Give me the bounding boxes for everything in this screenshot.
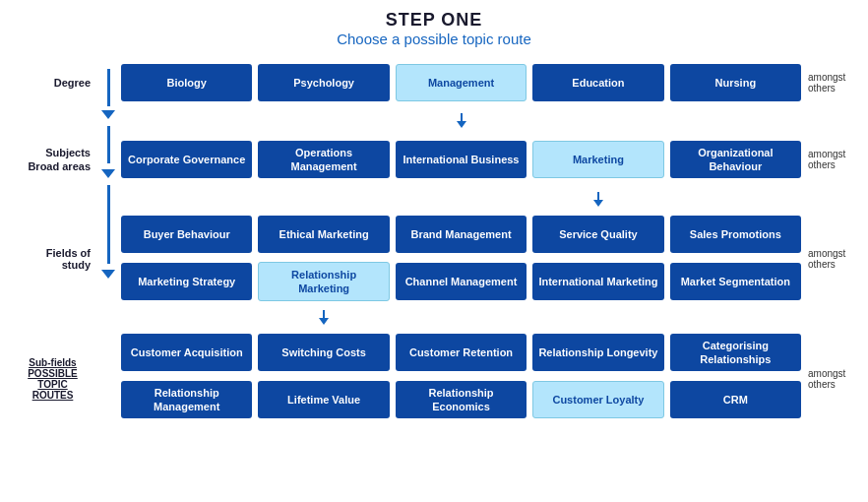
fields-row1: Buyer Behaviour Ethical Marketing Brand … [118,213,804,256]
relationship-marketing-box: Relationship Marketing [258,262,389,302]
operations-management-box: Operations Management [258,141,389,179]
marketing-box: Marketing [532,141,663,178]
col-rel-econ: Relationship Economics [393,381,529,419]
col-corp-gov: Corporate Governance [118,141,255,178]
arrow-row-1 [118,106,804,134]
relationship-management-box: Relationship Management [121,381,252,419]
ethical-marketing-box: Ethical Marketing [258,216,389,253]
sub-row2: Relationship Management Lifetime Value R… [118,378,804,421]
page-container: STEP ONE Choose a possible topic route D… [15,10,853,425]
col-cust-ret: Customer Retention [393,334,529,371]
channel-management-box: Channel Management [396,263,527,300]
main-grid: Biology Psychology Management Education … [118,59,804,425]
col-channel-mgmt: Channel Management [393,263,529,300]
sub-row1: Customer Acquisition Switching Costs Cus… [118,331,804,374]
col-service-qual: Service Quality [529,216,666,253]
diagram-layout: Degree SubjectsBroad areas Fields of stu… [15,59,853,425]
corporate-governance-box: Corporate Governance [121,141,252,178]
customer-acquisition-box: Customer Acquisition [121,334,252,371]
buyer-behaviour-box: Buyer Behaviour [121,216,252,253]
management-box: Management [396,64,527,101]
among-subjects: amongst others [804,134,858,185]
col-cust-loyal: Customer Loyalty [529,381,666,418]
sales-promotions-box: Sales Promotions [670,216,801,253]
right-labels: amongst others amongst others amongst ot… [804,59,858,425]
col-ethical-mkt: Ethical Marketing [255,216,392,253]
brand-management-box: Brand Management [396,216,527,253]
arrow-row-3 [118,303,804,331]
col-biology: Biology [118,64,255,101]
col-brand-mgmt: Brand Management [393,216,529,253]
col-market-seg: Market Segmentation [667,263,804,300]
nursing-box: Nursing [670,64,801,101]
customer-retention-box: Customer Retention [396,334,527,371]
international-business-box: International Business [396,141,527,178]
marketing-strategy-box: Marketing Strategy [121,263,252,300]
col-rel-mkt: Relationship Marketing [255,262,392,302]
col-lifetime-val: Lifetime Value [255,381,392,418]
col-education: Education [529,64,666,101]
organizational-behaviour-box: Organizational Behaviour [670,141,801,179]
col-rel-long: Relationship Longevity [529,334,666,371]
subjects-label: SubjectsBroad areas [15,134,94,185]
sub-title: Choose a possible topic route [15,31,853,47]
col-intl-mkt: International Marketing [529,263,666,300]
col-marketing: Marketing [529,141,666,178]
col-psychology: Psychology [255,64,392,101]
subfields-label: Sub-fields POSSIBLE TOPIC ROUTES [15,333,94,425]
among-sub: amongst others [804,333,858,425]
crm-box: CRM [670,381,801,418]
main-vertical-arrow [98,59,118,425]
fields-row2: Marketing Strategy Relationship Marketin… [118,260,804,303]
among-fields: amongst others [804,213,858,305]
customer-loyalty-box: Customer Loyalty [532,381,663,418]
fields-label: Fields of study [15,213,94,305]
arrow-row-2 [118,185,804,213]
among-degree: amongst others [804,59,858,106]
col-management: Management [393,64,529,101]
col-rel-mgmt: Relationship Management [118,381,255,419]
col-switch-costs: Switching Costs [255,334,392,371]
col-cust-acq: Customer Acquisition [118,334,255,371]
degree-label: Degree [15,59,94,106]
col-cat-rel: Categorising Relationships [667,334,804,372]
relationship-longevity-box: Relationship Longevity [532,334,663,371]
title-section: STEP ONE Choose a possible topic route [15,10,853,47]
col-crm: CRM [667,381,804,418]
col-org-beh: Organizational Behaviour [667,141,804,179]
degree-row: Biology Psychology Management Education … [118,59,804,106]
relationship-economics-box: Relationship Economics [396,381,527,419]
switching-costs-box: Switching Costs [258,334,389,371]
col-sales-promo: Sales Promotions [667,216,804,253]
categorising-relationships-box: Categorising Relationships [670,334,801,372]
col-mkt-strat: Marketing Strategy [118,263,255,300]
education-box: Education [532,64,663,101]
main-title: STEP ONE [15,10,853,31]
psychology-box: Psychology [258,64,389,101]
col-buyer-beh: Buyer Behaviour [118,216,255,253]
international-marketing-box: International Marketing [532,263,663,300]
col-ops-mgmt: Operations Management [255,141,392,179]
market-segmentation-box: Market Segmentation [670,263,801,300]
left-labels: Degree SubjectsBroad areas Fields of stu… [15,59,98,425]
col-intl-bus: International Business [393,141,529,178]
lifetime-value-box: Lifetime Value [258,381,389,418]
subjects-row: Corporate Governance Operations Manageme… [118,134,804,185]
service-quality-box: Service Quality [532,216,663,253]
col-nursing: Nursing [667,64,804,101]
biology-box: Biology [121,64,252,101]
